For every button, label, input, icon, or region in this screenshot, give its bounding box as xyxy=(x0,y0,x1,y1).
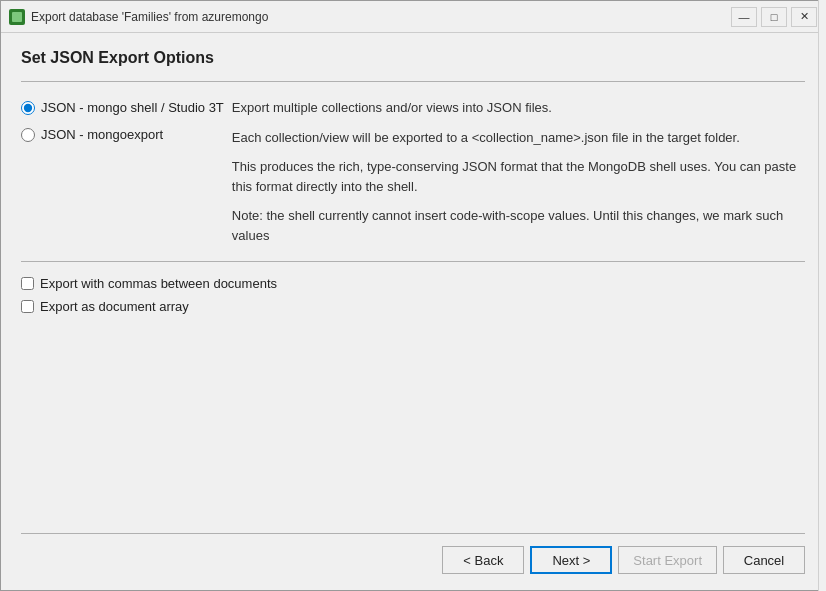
footer-separator xyxy=(21,533,805,534)
scrollbar xyxy=(818,0,826,591)
radio-mongoexport-label: JSON - mongoexport xyxy=(41,127,163,142)
radio-group: JSON - mongo shell / Studio 3T JSON - mo… xyxy=(21,98,224,245)
desc-line3: This produces the rich, type-conserving … xyxy=(232,157,805,196)
page-title: Set JSON Export Options xyxy=(21,49,805,67)
radio-mongoexport[interactable] xyxy=(21,128,35,142)
radio-mongo-shell-label: JSON - mongo shell / Studio 3T xyxy=(41,100,224,115)
checkboxes-area: Export with commas between documents Exp… xyxy=(21,276,805,314)
middle-separator xyxy=(21,261,805,262)
cancel-button[interactable]: Cancel xyxy=(723,546,805,574)
checkbox-array-item[interactable]: Export as document array xyxy=(21,299,805,314)
desc-line1: Export multiple collections and/or views… xyxy=(232,98,805,118)
footer-buttons: < Back Next > Start Export Cancel xyxy=(21,546,805,578)
top-separator xyxy=(21,81,805,82)
radio-item-mongo-shell[interactable]: JSON - mongo shell / Studio 3T xyxy=(21,100,224,115)
radio-mongo-shell[interactable] xyxy=(21,101,35,115)
main-content: Set JSON Export Options JSON - mongo she… xyxy=(1,33,825,590)
checkbox-commas[interactable] xyxy=(21,277,34,290)
checkbox-array[interactable] xyxy=(21,300,34,313)
checkbox-array-label: Export as document array xyxy=(40,299,189,314)
start-export-button[interactable]: Start Export xyxy=(618,546,717,574)
description-area: Export multiple collections and/or views… xyxy=(224,98,805,245)
next-button[interactable]: Next > xyxy=(530,546,612,574)
radio-item-mongoexport[interactable]: JSON - mongoexport xyxy=(21,127,224,142)
close-button[interactable]: ✕ xyxy=(791,7,817,27)
title-bar: Export database 'Families' from azuremon… xyxy=(1,1,825,33)
desc-line2: Each collection/view will be exported to… xyxy=(232,128,805,148)
minimize-button[interactable]: — xyxy=(731,7,757,27)
window-controls: — □ ✕ xyxy=(731,7,817,27)
options-area: JSON - mongo shell / Studio 3T JSON - mo… xyxy=(21,98,805,245)
window-title: Export database 'Families' from azuremon… xyxy=(31,10,268,24)
desc-line4: Note: the shell currently cannot insert … xyxy=(232,206,805,245)
checkbox-commas-item[interactable]: Export with commas between documents xyxy=(21,276,805,291)
app-icon xyxy=(9,9,25,25)
back-button[interactable]: < Back xyxy=(442,546,524,574)
restore-button[interactable]: □ xyxy=(761,7,787,27)
checkbox-commas-label: Export with commas between documents xyxy=(40,276,277,291)
